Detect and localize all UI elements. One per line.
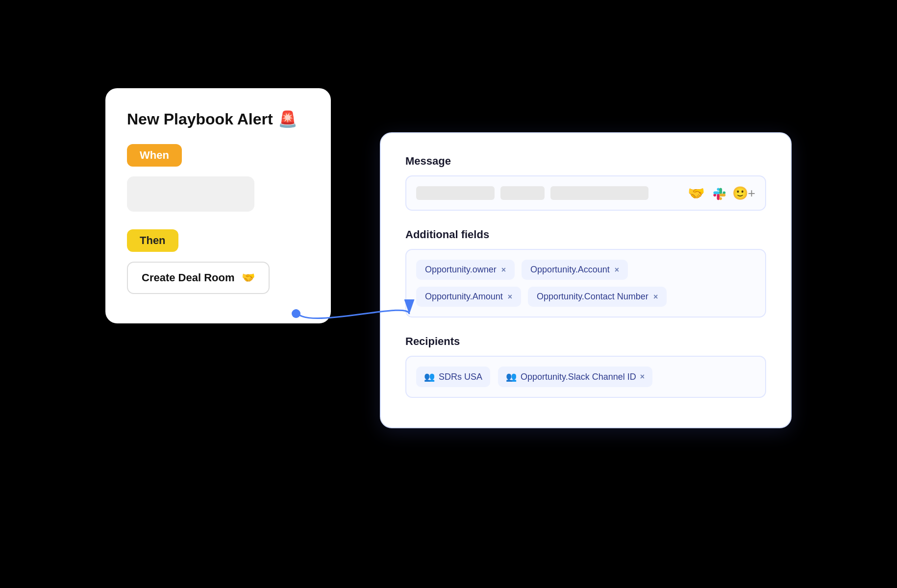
field-tag-account[interactable]: Opportunity.Account × [522, 260, 628, 280]
card-title: New Playbook Alert 🚨 [127, 110, 309, 128]
sdrs-icon: 👥 [424, 371, 435, 382]
remove-contact-number-button[interactable]: × [653, 293, 658, 301]
when-badge[interactable]: When [127, 144, 182, 167]
then-badge[interactable]: Then [127, 229, 178, 252]
additional-fields-box: Opportunity.owner × Opportunity.Account … [405, 249, 766, 318]
siren-icon: 🚨 [278, 110, 298, 128]
when-placeholder [127, 176, 254, 212]
field-account-text: Opportunity.Account [530, 265, 610, 275]
slack-channel-label: Opportunity.Slack Channel ID [521, 372, 636, 382]
field-contact-number-text: Opportunity.Contact Number [537, 292, 648, 302]
sdrs-label: SDRs USA [439, 372, 482, 382]
field-tag-contact-number[interactable]: Opportunity.Contact Number × [528, 287, 667, 307]
remove-slack-channel-button[interactable]: × [640, 372, 645, 381]
remove-owner-button[interactable]: × [501, 266, 506, 274]
message-section-label: Message [405, 155, 766, 168]
field-tag-amount[interactable]: Opportunity.Amount × [416, 287, 521, 307]
recipients-label: Recipients [405, 335, 766, 348]
remove-account-button[interactable]: × [615, 266, 619, 274]
handshake-icon: 🤝 [242, 271, 255, 284]
handshake-msg-icon: 🤝 [688, 185, 705, 201]
slack-channel-icon: 👥 [506, 371, 517, 382]
recipients-box: 👥 SDRs USA 👥 Opportunity.Slack Channel I… [405, 356, 766, 398]
card-title-text: New Playbook Alert [127, 110, 273, 128]
recipient-sdrs-usa[interactable]: 👥 SDRs USA [416, 367, 490, 387]
create-deal-room-action[interactable]: Create Deal Room 🤝 [127, 262, 270, 294]
message-placeholder-3 [550, 186, 648, 200]
message-config-card: Message 🤝 🙂+ [380, 132, 792, 428]
recipient-slack-channel[interactable]: 👥 Opportunity.Slack Channel ID × [498, 367, 652, 387]
create-deal-room-label: Create Deal Room [142, 271, 235, 284]
message-placeholder-1 [416, 186, 495, 200]
slack-icon [710, 184, 727, 202]
additional-fields-label: Additional fields [405, 228, 766, 241]
message-input-area[interactable]: 🤝 🙂+ [405, 175, 766, 211]
message-placeholder-2 [500, 186, 545, 200]
remove-amount-button[interactable]: × [508, 293, 512, 301]
field-tag-owner[interactable]: Opportunity.owner × [416, 260, 515, 280]
message-icons: 🤝 🙂+ [688, 184, 755, 202]
fields-row-1: Opportunity.owner × Opportunity.Account … [416, 260, 755, 280]
fields-row-2: Opportunity.Amount × Opportunity.Contact… [416, 287, 755, 307]
playbook-alert-card: New Playbook Alert 🚨 When Then Create De… [105, 88, 331, 323]
emoji-add-icon[interactable]: 🙂+ [732, 186, 755, 201]
field-owner-text: Opportunity.owner [425, 265, 497, 275]
field-amount-text: Opportunity.Amount [425, 292, 503, 302]
